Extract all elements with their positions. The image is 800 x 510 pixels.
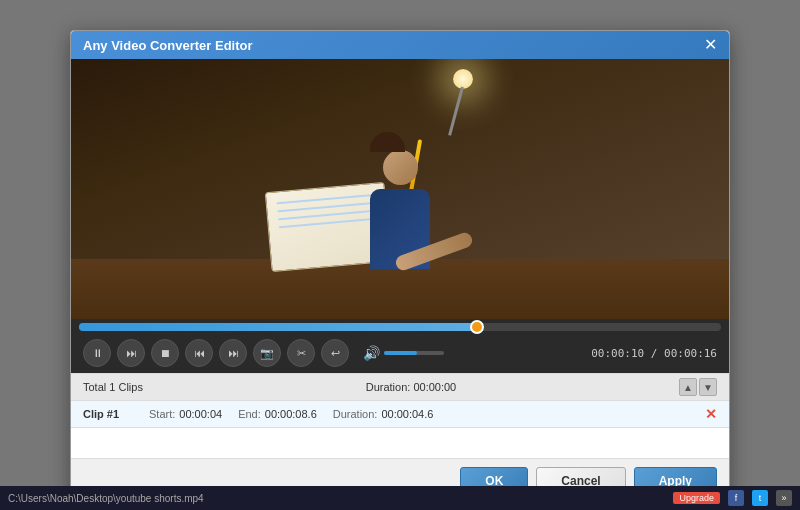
share-icon[interactable]: »: [776, 490, 792, 506]
clip-delete-button[interactable]: ✕: [705, 406, 717, 422]
clips-area: Total 1 Clips Duration: 00:00:00 ▲ ▼ Cli…: [71, 373, 729, 458]
status-bar: C:\Users\Noah\Desktop\youtube shorts.mp4…: [0, 486, 800, 510]
twitter-icon[interactable]: t: [752, 490, 768, 506]
prev-button[interactable]: ⏮: [185, 339, 213, 367]
figure-head: [383, 150, 418, 185]
clip-label: Clip #1: [83, 408, 133, 420]
volume-area: 🔊: [363, 345, 444, 361]
timeline-area: [71, 319, 729, 333]
clip-end-label: End:: [238, 408, 261, 420]
modal-close-button[interactable]: ✕: [704, 37, 717, 53]
clips-duration-value: 00:00:00: [413, 381, 456, 393]
snapshot-button[interactable]: 📷: [253, 339, 281, 367]
next-frame-button[interactable]: ⏭: [117, 339, 145, 367]
clips-nav-up[interactable]: ▲: [679, 378, 697, 396]
volume-icon: 🔊: [363, 345, 380, 361]
timeline-progress: [79, 323, 477, 331]
clip-duration-field: Duration: 00:00:04.6: [333, 408, 434, 420]
status-right: Upgrade f t »: [673, 490, 792, 506]
notebook-line: [279, 218, 377, 229]
clip-row: Clip #1 Start: 00:00:04 End: 00:00:08.6 …: [71, 401, 729, 428]
person-silhouette: [370, 130, 430, 269]
stop-button[interactable]: ⏹: [151, 339, 179, 367]
volume-fill: [384, 351, 417, 355]
modal-header: Any Video Converter Editor ✕: [71, 31, 729, 59]
undo-button[interactable]: ↩: [321, 339, 349, 367]
clip-duration-label: Duration:: [333, 408, 378, 420]
clips-duration-label: Duration:: [366, 381, 411, 393]
figure-hair: [370, 132, 405, 152]
timeline-track[interactable]: [79, 323, 721, 331]
clip-start-label: Start:: [149, 408, 175, 420]
time-display: 00:00:10 / 00:00:16: [591, 347, 717, 360]
lamp-light: [453, 69, 473, 89]
clip-start-value: 00:00:04: [179, 408, 222, 420]
clips-nav: ▲ ▼: [679, 378, 717, 396]
fast-forward-button[interactable]: ⏭: [219, 339, 247, 367]
modal-overlay: Any Video Converter Editor ✕: [0, 0, 800, 510]
volume-slider[interactable]: [384, 351, 444, 355]
player-controls: ⏸ ⏭ ⏹ ⏮ ⏭ 📷 ✂ ↩ 🔊 00:00:10 / 00:00:16: [71, 333, 729, 373]
facebook-icon[interactable]: f: [728, 490, 744, 506]
video-scene: [71, 59, 729, 319]
clip-duration-value: 00:00:04.6: [381, 408, 433, 420]
editor-modal: Any Video Converter Editor ✕: [70, 30, 730, 504]
file-path: C:\Users\Noah\Desktop\youtube shorts.mp4: [8, 493, 204, 504]
lamp-arm: [448, 87, 464, 136]
video-preview: [71, 59, 729, 319]
upgrade-button[interactable]: Upgrade: [673, 492, 720, 504]
pause-button[interactable]: ⏸: [83, 339, 111, 367]
clips-nav-down[interactable]: ▼: [699, 378, 717, 396]
clips-total: Total 1 Clips: [83, 381, 143, 393]
empty-clips-area: [71, 428, 729, 458]
clip-start-field: Start: 00:00:04: [149, 408, 222, 420]
cut-button[interactable]: ✂: [287, 339, 315, 367]
modal-title: Any Video Converter Editor: [83, 38, 253, 53]
clip-end-field: End: 00:00:08.6: [238, 408, 317, 420]
scene-lamp: [433, 69, 493, 149]
clip-end-value: 00:00:08.6: [265, 408, 317, 420]
clips-header: Total 1 Clips Duration: 00:00:00 ▲ ▼: [71, 374, 729, 401]
timeline-thumb[interactable]: [470, 320, 484, 334]
